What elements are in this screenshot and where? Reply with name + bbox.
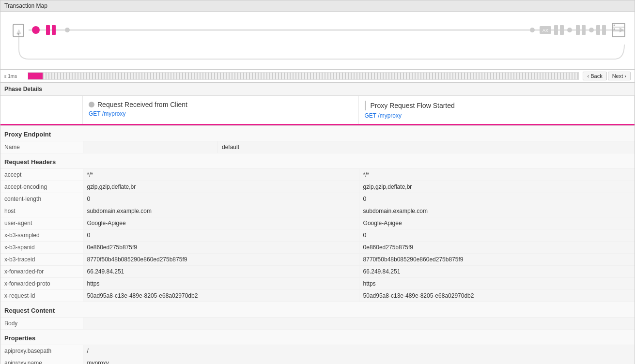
proxy-endpoint-table: Name default — [0, 141, 635, 153]
svg-rect-7 — [52, 25, 56, 35]
properties-title: Properties — [4, 334, 35, 342]
prop-col2-1 — [519, 357, 635, 364]
rh-col1-1: gzip,gzip,deflate,br — [83, 181, 359, 193]
request-header-row-2: content-length 0 0 — [0, 193, 635, 205]
svg-point-24 — [614, 29, 615, 30]
svg-point-23 — [614, 25, 615, 26]
rh-col2-3: subdomain.example.com — [359, 205, 635, 217]
phase-col-empty — [0, 96, 83, 124]
request-content-table: Body — [0, 318, 635, 330]
phase-col-0-method: GET /myproxy — [89, 110, 353, 117]
transaction-map-title: Transaction Map — [4, 2, 47, 9]
app-container: Transaction Map — [0, 0, 635, 364]
phase-columns: Request Received from Client GET /myprox… — [0, 96, 635, 125]
request-headers-title: Request Headers — [4, 158, 56, 166]
request-header-row-4: user-agent Google-Apigee Google-Apigee — [0, 217, 635, 229]
timeline-section: ε 1ms ‹ Back Next › — [0, 70, 635, 83]
request-header-row-8: x-forwarded-for 66.249.84.251 66.249.84.… — [0, 266, 635, 278]
svg-point-14 — [567, 28, 572, 32]
transaction-map-body: AX — [0, 12, 635, 70]
phase-col-1-label: Proxy Request Flow Started — [371, 102, 455, 109]
rh-col2-2: 0 — [359, 193, 635, 205]
phase-col-0: Request Received from Client GET /myprox… — [83, 96, 359, 124]
property-row-0: apiproxy.basepath / — [0, 345, 635, 357]
rh-name-4: user-agent — [0, 217, 83, 229]
rh-col1-10: 50ad95a8-c13e-489e-8205-e68a02970db2 — [83, 290, 359, 302]
svg-rect-19 — [602, 25, 606, 35]
rh-name-10: x-request-id — [0, 290, 83, 302]
phase-col-1-title: Proxy Request Flow Started — [365, 101, 629, 110]
timeline-bar-gray — [43, 73, 578, 79]
timeline-bar-pink — [28, 73, 43, 79]
phase-col-0-title: Request Received from Client — [89, 101, 353, 108]
timeline-controls: ‹ Back Next › — [583, 72, 631, 80]
proxy-endpoint-name-row: Name default — [0, 141, 635, 153]
rh-col1-2: 0 — [83, 193, 359, 205]
phase-dot-0 — [89, 102, 94, 107]
property-row-1: apiproxy.name myproxy — [0, 357, 635, 364]
svg-rect-18 — [596, 25, 600, 35]
rh-col2-10: 50ad95a8-c13e-489e-8205-e68a02970db2 — [359, 290, 635, 302]
proxy-endpoint-section-header: Proxy Endpoint — [0, 126, 635, 141]
request-content-section-header: Request Content — [0, 302, 635, 318]
rh-col1-3: subdomain.example.com — [83, 205, 359, 217]
phase-col-1-path: /myproxy — [378, 112, 402, 119]
rh-name-0: accept — [0, 169, 83, 181]
prop-col1-1: myproxy — [83, 357, 519, 364]
timeline-label: ε 1ms — [4, 74, 24, 79]
prop-name-1: apiproxy.name — [0, 357, 83, 364]
request-header-row-5: x-b3-sampled 0 0 — [0, 229, 635, 242]
rh-name-9: x-forwarded-proto — [0, 278, 83, 290]
proxy-endpoint-name-label: Name — [0, 141, 83, 153]
request-header-row-0: accept */* */* — [0, 169, 635, 181]
rh-col2-7: 8770f50b48b085290e860ed275b875f9 — [359, 254, 635, 266]
svg-point-4 — [17, 33, 19, 35]
rh-name-5: x-b3-sampled — [0, 229, 83, 242]
svg-rect-6 — [46, 25, 50, 35]
rh-col2-9: https — [359, 278, 635, 290]
rh-col1-8: 66.249.84.251 — [83, 266, 359, 278]
rh-col2-4: Google-Apigee — [359, 217, 635, 229]
rh-name-1: accept-encoding — [0, 181, 83, 193]
rh-col1-0: */* — [83, 169, 359, 181]
rh-name-6: x-b3-spanid — [0, 242, 83, 254]
rh-name-8: x-forwarded-for — [0, 266, 83, 278]
rh-col1-7: 8770f50b48b085290e860ed275b875f9 — [83, 254, 359, 266]
request-headers-section-header: Request Headers — [0, 153, 635, 169]
rh-name-2: content-length — [0, 193, 83, 205]
rh-col2-8: 66.249.84.251 — [359, 266, 635, 278]
request-header-row-1: accept-encoding gzip,gzip,deflate,br gzi… — [0, 181, 635, 193]
request-content-body-col1 — [83, 318, 363, 330]
properties-section-header: Properties — [0, 330, 635, 345]
rh-col2-1: gzip,gzip,deflate,br — [359, 181, 635, 193]
svg-rect-16 — [582, 25, 586, 35]
phase-dot-line-1 — [365, 101, 368, 110]
phase-details-header: Phase Details — [0, 83, 635, 96]
rh-col1-4: Google-Apigee — [83, 217, 359, 229]
next-button[interactable]: Next › — [608, 72, 631, 80]
proxy-endpoint-title: Proxy Endpoint — [4, 131, 51, 138]
phase-col-0-path: /myproxy — [102, 110, 126, 117]
request-content-body-col2 — [363, 318, 635, 330]
rh-col2-6: 0e860ed275b875f9 — [359, 242, 635, 254]
svg-rect-15 — [576, 25, 580, 35]
back-button[interactable]: ‹ Back — [583, 72, 606, 80]
request-content-body-row: Body — [0, 318, 635, 330]
prop-col2-0 — [519, 345, 635, 357]
rh-name-7: x-b3-traceid — [0, 254, 83, 266]
rh-col1-5: 0 — [83, 229, 359, 242]
proxy-endpoint-name-col1 — [83, 141, 217, 153]
request-header-row-3: host subdomain.example.com subdomain.exa… — [0, 205, 635, 217]
proxy-endpoint-name-col2: default — [217, 141, 635, 153]
svg-point-8 — [65, 28, 70, 32]
rh-col2-5: 0 — [359, 229, 635, 242]
phase-col-0-get: GET — [89, 110, 100, 117]
svg-text:AX: AX — [542, 28, 548, 33]
rh-col1-6: 0e860ed275b875f9 — [83, 242, 359, 254]
scrollable-content[interactable]: Proxy Endpoint Name default Reque — [0, 125, 635, 364]
request-header-row-9: x-forwarded-proto https https — [0, 278, 635, 290]
request-headers-table: accept */* */* accept-encoding gzip,gzip… — [0, 169, 635, 302]
request-header-row-10: x-request-id 50ad95a8-c13e-489e-8205-e68… — [0, 290, 635, 302]
prop-name-0: apiproxy.basepath — [0, 345, 83, 357]
svg-point-5 — [32, 26, 40, 34]
